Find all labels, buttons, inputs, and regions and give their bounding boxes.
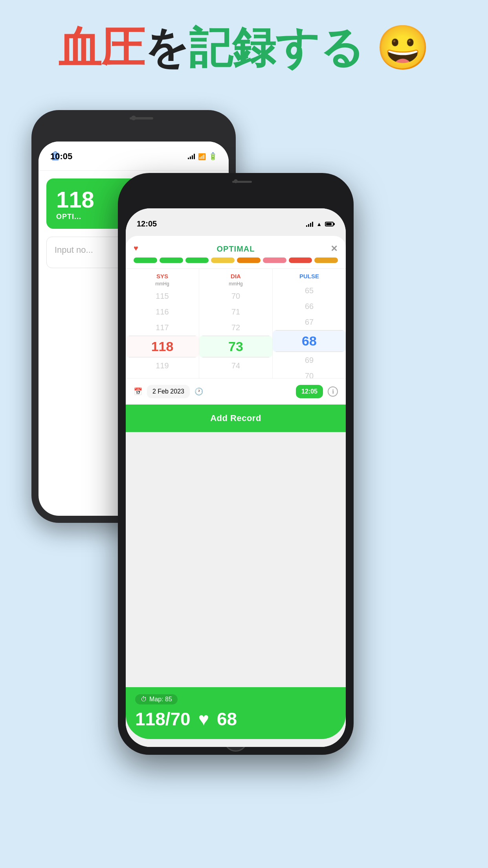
dia-sep-top — [202, 336, 269, 336]
title-red: 血圧 — [58, 23, 145, 72]
result-heart-icon: ♥ — [198, 708, 209, 730]
modal-header: ♥ OPTIMAL ✕ — [126, 236, 346, 257]
pulse-item-68[interactable]: 68 — [273, 330, 346, 352]
dia-picker-items[interactable]: 70 71 72 73 74 75 76 — [199, 288, 272, 378]
time-value: 12:05 — [301, 388, 317, 395]
heart-icon: ♥ — [134, 244, 139, 253]
title-black: を — [145, 23, 189, 72]
sys-picker-items[interactable]: 115 116 117 118 119 120 121 — [126, 288, 199, 378]
pulse-item-69[interactable]: 69 — [273, 352, 346, 368]
dia-picker[interactable]: DIA mmHg 70 71 72 73 74 75 76 — [199, 269, 273, 378]
sys-item-119[interactable]: 119 — [126, 358, 199, 373]
back-signal-icon — [188, 154, 195, 159]
dia-item-72[interactable]: 72 — [199, 320, 272, 335]
page-title: 血圧を記録する 😀 — [0, 24, 488, 71]
bar-2 — [160, 257, 183, 263]
dia-item-75[interactable]: 75 — [199, 373, 272, 378]
bar-3 — [185, 257, 209, 263]
sys-label: SYS — [156, 269, 168, 281]
dia-item-73[interactable]: 73 — [199, 335, 272, 358]
sys-item-117[interactable]: 117 — [126, 320, 199, 335]
pulse-item-70[interactable]: 70 — [273, 368, 346, 378]
date-pill[interactable]: 2 Feb 2023 — [147, 385, 190, 398]
phone-front: 12:05 ▲ ♥ OPTIMAL ✕ — [118, 173, 354, 755]
color-bar — [126, 257, 346, 268]
bar-5 — [237, 257, 261, 263]
date-time-row: 📅 2 Feb 2023 🕐 12:05 ℹ — [126, 379, 346, 405]
map-value: Map: 85 — [149, 696, 172, 703]
clock-icon: 🕐 — [194, 387, 203, 396]
dia-unit: mmHg — [229, 281, 242, 287]
front-battery-icon — [325, 222, 335, 226]
pulse-item-67[interactable]: 67 — [273, 314, 346, 330]
modal-status-label: OPTIMAL — [217, 245, 255, 253]
picker-sep-top — [129, 336, 196, 336]
pulse-picker[interactable]: PULSE 65 66 67 68 69 70 71 — [273, 269, 346, 378]
sys-item-116[interactable]: 116 — [126, 304, 199, 320]
add-record-label: Add Record — [210, 413, 261, 423]
pulse-sep-bottom — [276, 351, 343, 352]
bar-4 — [211, 257, 235, 263]
bp-value: 118/70 — [135, 708, 191, 730]
time-pill[interactable]: 12:05 — [296, 385, 323, 398]
calendar-icon: 📅 — [134, 387, 142, 396]
pulse-label: PULSE — [299, 269, 319, 281]
date-value: 2 Feb 2023 — [152, 388, 184, 395]
front-status-bar: 12:05 ▲ — [137, 219, 335, 228]
result-card: ⏱ Map: 85 118/70 ♥ 68 — [126, 687, 346, 739]
back-status-icons: 📶 🔋 — [188, 153, 217, 160]
front-status-icons: ▲ — [306, 221, 335, 227]
dia-label: DIA — [231, 269, 241, 281]
dia-item-74[interactable]: 74 — [199, 358, 272, 373]
title-green: 記録する — [189, 23, 364, 72]
pulse-item-65[interactable]: 65 — [273, 283, 346, 298]
pulse-sep-top — [276, 330, 343, 331]
bar-7 — [289, 257, 312, 263]
title-emoji: 😀 — [376, 23, 430, 72]
front-phone-screen: 12:05 ▲ ♥ OPTIMAL ✕ — [126, 208, 346, 747]
front-time: 12:05 — [137, 219, 157, 228]
back-time: 10:05 — [50, 151, 72, 162]
back-wifi-icon: 📶 — [198, 153, 206, 160]
front-signal-icon — [306, 221, 313, 227]
dia-item-71[interactable]: 71 — [199, 304, 272, 320]
back-battery-icon: 🔋 — [209, 153, 217, 160]
map-icon: ⏱ — [141, 696, 147, 703]
front-wifi-icon: ▲ — [316, 221, 322, 227]
dia-sep-bottom — [202, 357, 269, 357]
back-status-bar: 10:05 📶 🔋 — [50, 151, 217, 162]
picker-sep-bottom — [129, 357, 196, 357]
sys-unit: mmHg — [155, 281, 169, 287]
info-button[interactable]: ℹ — [328, 386, 338, 397]
sys-item-120[interactable]: 120 — [126, 373, 199, 378]
pulse-item-66[interactable]: 66 — [273, 298, 346, 314]
close-button[interactable]: ✕ — [330, 244, 338, 254]
pulse-picker-items[interactable]: 65 66 67 68 69 70 71 — [273, 283, 346, 378]
sys-item-115[interactable]: 115 — [126, 288, 199, 304]
bar-6 — [263, 257, 286, 263]
sys-item-118[interactable]: 118 — [126, 335, 199, 358]
back-input-text: Input no... — [55, 245, 93, 255]
bar-1 — [134, 257, 157, 263]
bar-8 — [314, 257, 338, 263]
dia-item-70[interactable]: 70 — [199, 288, 272, 304]
picker-section[interactable]: SYS mmHg 115 116 117 118 119 120 121 — [126, 268, 346, 379]
add-record-button[interactable]: Add Record — [126, 405, 346, 432]
sys-picker[interactable]: SYS mmHg 115 116 117 118 119 120 121 — [126, 269, 199, 378]
pulse-value: 68 — [217, 708, 237, 730]
result-values: 118/70 ♥ 68 — [135, 708, 336, 730]
modal-card: ♥ OPTIMAL ✕ SYS mmHg — [126, 236, 346, 432]
map-badge: ⏱ Map: 85 — [135, 694, 178, 704]
